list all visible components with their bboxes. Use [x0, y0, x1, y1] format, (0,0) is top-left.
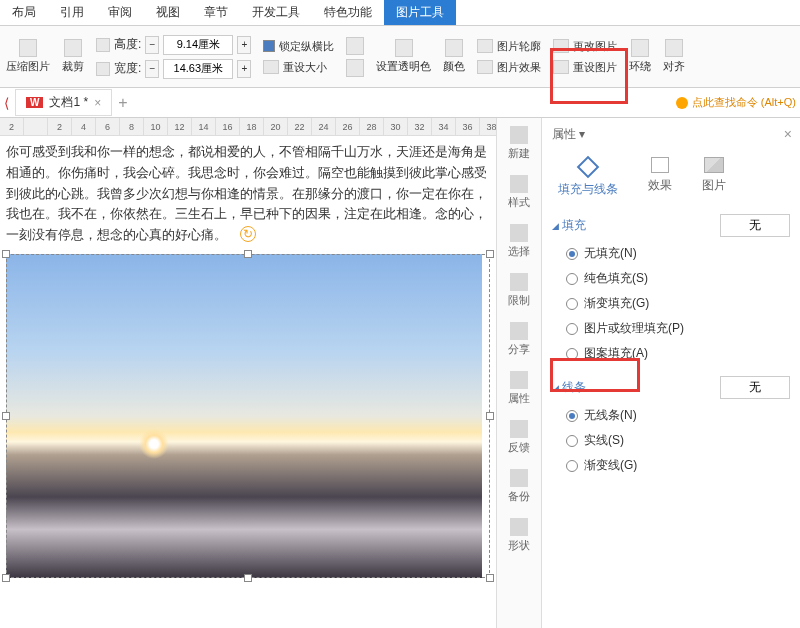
compress-label: 压缩图片 [6, 59, 50, 74]
crop-group[interactable]: 裁剪 [62, 39, 84, 74]
shape-icon [510, 518, 528, 536]
sidebar-item-property-icon[interactable]: 属性 [508, 371, 530, 406]
property-tabs: 填充与线条效果图片 [552, 153, 790, 202]
menu-tab-1[interactable]: 引用 [48, 0, 96, 25]
sidebar-item-select-icon[interactable]: 选择 [508, 224, 530, 259]
sidebar-item-backup-icon[interactable]: 备份 [508, 469, 530, 504]
fill-none-button[interactable]: 无 [720, 214, 790, 237]
fill-line-tab[interactable]: 填充与线条 [552, 153, 624, 202]
radio-option[interactable]: 图案填充(A) [566, 345, 790, 362]
brightness-icon[interactable] [346, 59, 364, 77]
radio-icon [566, 273, 578, 285]
width-icon [96, 62, 110, 76]
wrap-icon [631, 39, 649, 57]
resize-handle[interactable] [486, 412, 494, 420]
radio-icon [566, 460, 578, 472]
radio-option[interactable]: 无线条(N) [566, 407, 790, 424]
panel-close-icon[interactable]: × [784, 126, 792, 142]
menu-tab-4[interactable]: 章节 [192, 0, 240, 25]
reset-size-icon [263, 60, 279, 74]
resize-handle[interactable] [244, 574, 252, 582]
fill-section-title[interactable]: 填充 [552, 217, 586, 234]
reset-size[interactable]: 重设大小 [263, 60, 334, 75]
new-icon [510, 126, 528, 144]
property-panel: 属性 ▾ × 填充与线条效果图片 填充 无 无填充(N)纯色填充(S)渐变填充(… [542, 118, 800, 628]
effect-tab[interactable]: 效果 [642, 153, 678, 202]
radio-option[interactable]: 渐变填充(G) [566, 295, 790, 312]
sidebar-item-new-icon[interactable]: 新建 [508, 126, 530, 161]
menu-tab-5[interactable]: 开发工具 [240, 0, 312, 25]
resize-handle[interactable] [486, 574, 494, 582]
height-inc[interactable]: + [237, 36, 251, 54]
quick-search[interactable]: 点此查找命令 (Alt+Q) [676, 95, 796, 110]
rotate-handle[interactable] [240, 226, 256, 242]
radio-option[interactable]: 渐变线(G) [566, 457, 790, 474]
resize-handle[interactable] [2, 250, 10, 258]
image-selection[interactable] [6, 254, 490, 578]
resize-handle[interactable] [244, 250, 252, 258]
close-icon[interactable]: × [94, 96, 101, 110]
selection-border [6, 254, 490, 578]
sidebar-item-feedback-icon[interactable]: 反馈 [508, 420, 530, 455]
radio-icon [566, 410, 578, 422]
width-inc[interactable]: + [237, 60, 251, 78]
fill-line-tab-icon [577, 156, 600, 179]
sidebar-item-shape-icon[interactable]: 形状 [508, 518, 530, 553]
radio-icon [566, 348, 578, 360]
lock-ratio[interactable]: 锁定纵横比 [263, 39, 334, 54]
outline-icon [477, 39, 493, 53]
line-none-button[interactable]: 无 [720, 376, 790, 399]
reset-pic-icon [553, 60, 569, 74]
check-icon [263, 40, 275, 52]
menu-tab-6[interactable]: 特色功能 [312, 0, 384, 25]
doc-name: 文档1 * [49, 94, 88, 111]
radio-icon [566, 298, 578, 310]
picture-tab-icon [704, 157, 724, 173]
resize-handle[interactable] [486, 250, 494, 258]
home-icon[interactable]: ⟨ [4, 95, 9, 111]
effect-icon [477, 60, 493, 74]
document-tab[interactable]: W 文档1 * × [15, 89, 112, 116]
width-dec[interactable]: − [145, 60, 159, 78]
compress-icon [19, 39, 37, 57]
color-icon [445, 39, 463, 57]
color-group[interactable]: 颜色 [443, 39, 465, 74]
radio-option[interactable]: 图片或纹理填充(P) [566, 320, 790, 337]
transparency-icon [395, 39, 413, 57]
menu-tab-2[interactable]: 审阅 [96, 0, 144, 25]
pic-effect[interactable]: 图片效果 [477, 60, 541, 75]
menu-tab-0[interactable]: 布局 [0, 0, 48, 25]
line-section-title[interactable]: 线条 [552, 379, 586, 396]
height-dec[interactable]: − [145, 36, 159, 54]
wrap-group[interactable]: 环绕 [629, 39, 651, 74]
resize-handle[interactable] [2, 412, 10, 420]
radio-option[interactable]: 实线(S) [566, 432, 790, 449]
feedback-icon [510, 420, 528, 438]
line-options: 无线条(N)实线(S)渐变线(G) [552, 407, 790, 474]
bulb-icon [676, 97, 688, 109]
radio-option[interactable]: 纯色填充(S) [566, 270, 790, 287]
width-input[interactable] [163, 59, 233, 79]
transparency-group[interactable]: 设置透明色 [376, 39, 431, 74]
contrast-icon[interactable] [346, 37, 364, 55]
reset-pic[interactable]: 重设图片 [553, 60, 617, 75]
picture-tab[interactable]: 图片 [696, 153, 732, 202]
resize-handle[interactable] [2, 574, 10, 582]
menu-tab-7[interactable]: 图片工具 [384, 0, 456, 25]
height-input[interactable] [163, 35, 233, 55]
ruler[interactable]: 2246810121416182022242628303234363840424… [0, 118, 496, 136]
menu-tab-3[interactable]: 视图 [144, 0, 192, 25]
pic-outline[interactable]: 图片轮廓 [477, 39, 541, 54]
change-pic[interactable]: 更改图片 [553, 39, 617, 54]
align-group[interactable]: 对齐 [663, 39, 685, 74]
select-icon [510, 224, 528, 242]
sidebar-item-share-icon[interactable]: 分享 [508, 322, 530, 357]
add-tab-icon[interactable]: + [118, 94, 127, 112]
document-content[interactable]: 你可感受到我和你一样的想念，都说相爱的人，不管相隔千山万水，天涯还是海角是相通的… [0, 136, 496, 578]
panel-title[interactable]: 属性 ▾ [552, 126, 790, 143]
radio-option[interactable]: 无填充(N) [566, 245, 790, 262]
compress-group[interactable]: 压缩图片 [6, 39, 50, 74]
vertical-sidebar: 新建样式选择限制分享属性反馈备份形状 [496, 118, 542, 628]
sidebar-item-style-icon[interactable]: 样式 [508, 175, 530, 210]
sidebar-item-restrict-icon[interactable]: 限制 [508, 273, 530, 308]
